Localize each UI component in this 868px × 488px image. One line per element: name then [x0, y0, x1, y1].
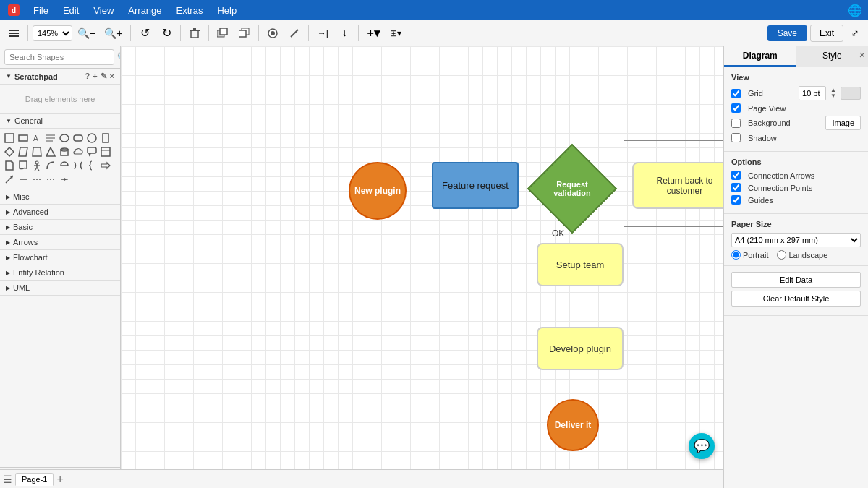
shape-rect[interactable] — [17, 132, 30, 145]
zoom-select[interactable]: 50%75%100% 125%145%150% 200% — [33, 25, 72, 41]
shape-circle[interactable] — [85, 132, 98, 145]
shadow-checkbox[interactable] — [731, 133, 741, 142]
fullscreen-button[interactable]: ⤢ — [846, 25, 864, 42]
zoom-out-button[interactable]: 🔍− — [74, 24, 99, 43]
landscape-radio[interactable] — [777, 250, 786, 260]
clear-default-style-button[interactable]: Clear Default Style — [731, 291, 861, 307]
landscape-label[interactable]: Landscape — [777, 250, 827, 260]
scratchpad-edit-icon[interactable]: ✎ — [101, 72, 107, 81]
canvas-container[interactable]: OK New plugin Feature request Request va… — [121, 46, 723, 488]
node-feature-request[interactable]: Feature request — [432, 162, 519, 209]
shape-parallelogram[interactable] — [17, 145, 30, 158]
insert-button[interactable]: +▾ — [363, 24, 383, 43]
tab-diagram[interactable]: Diagram — [724, 46, 796, 67]
shape-multiline-text[interactable] — [44, 132, 57, 145]
chat-button[interactable]: 💬 — [689, 433, 715, 459]
guides-checkbox[interactable] — [731, 195, 741, 205]
page-tab-1[interactable]: Page-1 — [15, 473, 54, 486]
shape-text[interactable]: A — [30, 132, 43, 145]
category-arrows[interactable]: ▶ Arrows — [0, 235, 120, 250]
grid-spinners[interactable]: ▲ ▼ — [830, 87, 836, 99]
category-uml[interactable]: ▶ UML — [0, 281, 120, 296]
category-basic[interactable]: ▶ Basic — [0, 220, 120, 235]
scratchpad-close-icon[interactable]: × — [110, 72, 114, 81]
menu-help[interactable]: Help — [210, 2, 244, 19]
bottom-options-button[interactable]: ☰ — [3, 474, 12, 485]
shape-trapezoid[interactable] — [30, 145, 43, 158]
exit-button[interactable]: Exit — [810, 25, 843, 42]
shape-diag-arrow[interactable] — [3, 173, 16, 186]
portrait-radio[interactable] — [731, 250, 741, 260]
shape-half-circle[interactable] — [58, 159, 71, 172]
menu-view[interactable]: View — [86, 2, 121, 19]
shape-dotted-line[interactable] — [44, 173, 57, 186]
save-button[interactable]: Save — [767, 25, 807, 41]
panel-close-button[interactable]: × — [859, 49, 865, 61]
connection-points-checkbox[interactable] — [731, 183, 741, 192]
menu-file[interactable]: File — [26, 2, 56, 19]
globe-icon[interactable]: 🌐 — [848, 4, 862, 17]
grid-down-icon[interactable]: ▼ — [830, 93, 836, 99]
table-button[interactable]: ⊞▾ — [386, 24, 405, 43]
category-general[interactable]: ▼ General — [0, 114, 120, 129]
edit-data-button[interactable]: Edit Data — [731, 272, 861, 288]
category-entity-relation[interactable]: ▶ Entity Relation — [0, 265, 120, 281]
undo-button[interactable]: ↺ — [135, 24, 154, 43]
background-checkbox[interactable] — [731, 119, 741, 128]
scratchpad-help-icon[interactable]: ? — [85, 72, 90, 81]
scratchpad-collapse-icon[interactable]: ▼ — [6, 73, 12, 80]
shape-dashed-line[interactable] — [30, 173, 43, 186]
menu-edit[interactable]: Edit — [56, 2, 86, 19]
waypoint-button[interactable]: ⤵ — [335, 24, 354, 43]
shape-square[interactable] — [3, 132, 16, 145]
shape-line[interactable] — [17, 173, 30, 186]
connection-style-button[interactable]: →| — [313, 24, 332, 43]
to-front-button[interactable] — [213, 24, 232, 43]
fill-color-button[interactable] — [263, 24, 282, 43]
add-page-button[interactable]: + — [56, 474, 63, 485]
shape-doc2[interactable] — [17, 159, 30, 172]
shape-bracket[interactable] — [72, 159, 85, 172]
node-new-plugin[interactable]: New plugin — [349, 162, 407, 220]
node-develop-plugin[interactable]: Develop plugin — [537, 327, 624, 370]
redo-button[interactable]: ↻ — [157, 24, 176, 43]
paper-size-select[interactable]: A4 (210 mm x 297 mm) A3 Letter Legal — [731, 233, 861, 247]
scratchpad-add-icon[interactable]: + — [93, 72, 97, 81]
shape-ellipse[interactable] — [58, 132, 71, 145]
node-return-customer[interactable]: Return back tocustomer — [632, 162, 723, 209]
grid-checkbox[interactable] — [731, 89, 741, 98]
menu-arrange[interactable]: Arrange — [121, 2, 169, 19]
shape-cylinder[interactable] — [58, 145, 71, 158]
shape-brace[interactable] — [85, 159, 98, 172]
shape-callout[interactable] — [85, 145, 98, 158]
image-button[interactable]: Image — [825, 116, 861, 130]
shape-rounded-rect[interactable] — [72, 132, 85, 145]
node-setup-team[interactable]: Setup team — [537, 243, 624, 286]
to-back-button[interactable] — [235, 24, 254, 43]
node-deliver-it[interactable]: Deliver it — [547, 399, 599, 451]
grid-color-swatch[interactable] — [841, 87, 861, 100]
shape-arc[interactable] — [44, 159, 57, 172]
menu-toggle-button[interactable] — [4, 24, 23, 43]
tab-style[interactable]: Style — [796, 46, 869, 67]
search-input[interactable] — [4, 49, 114, 65]
grid-value-input[interactable] — [799, 86, 826, 100]
category-advanced[interactable]: ▶ Advanced — [0, 205, 120, 220]
shape-tall-rect[interactable] — [99, 132, 112, 145]
shape-arrow-right[interactable] — [99, 159, 112, 172]
shape-arrow-line[interactable] — [58, 173, 71, 186]
shape-table[interactable] — [99, 145, 112, 158]
category-misc[interactable]: ▶ Misc — [0, 189, 120, 205]
zoom-in-button[interactable]: 🔍+ — [101, 24, 126, 43]
delete-button[interactable] — [185, 24, 204, 43]
line-color-button[interactable] — [285, 24, 304, 43]
shape-person[interactable] — [30, 159, 43, 172]
shape-triangle[interactable] — [44, 145, 57, 158]
shape-cloud[interactable] — [72, 145, 85, 158]
connection-arrows-checkbox[interactable] — [731, 171, 741, 180]
page-view-checkbox[interactable] — [731, 103, 741, 113]
portrait-label[interactable]: Portrait — [731, 250, 768, 260]
menu-extras[interactable]: Extras — [169, 2, 210, 19]
shape-diamond[interactable] — [3, 145, 16, 158]
node-request-validation[interactable]: Request validation — [527, 144, 617, 234]
